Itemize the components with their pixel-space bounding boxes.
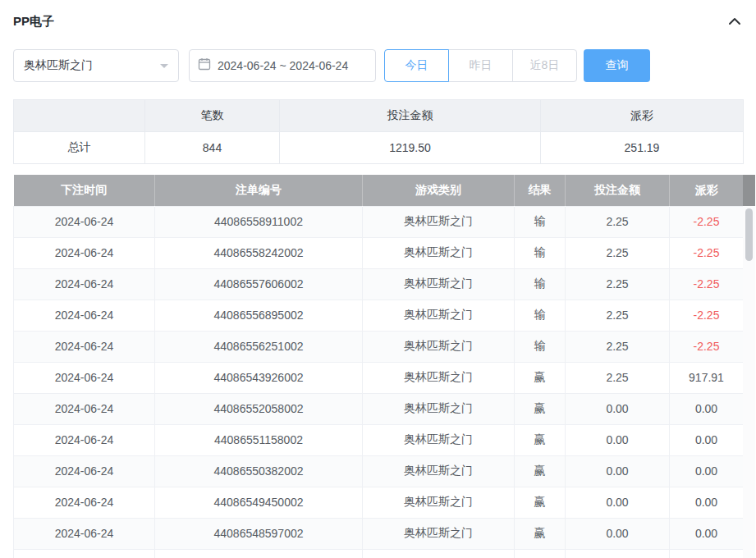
table-row: 2024-06-24 44086543926002 奥林匹斯之门 赢 2.25 … <box>14 362 744 393</box>
cell-game-category: 奥林匹斯之门 <box>363 518 515 549</box>
bet-table-container: 下注时间 注单编号 游戏类别 结果 投注金额 派彩 2024-06-24 440… <box>13 175 755 558</box>
cell-game-category: 奥林匹斯之门 <box>363 362 515 393</box>
calendar-icon <box>198 57 211 74</box>
cell-payout: 0.00 <box>670 518 744 549</box>
chevron-down-icon <box>160 64 168 72</box>
filter-toolbar: 奥林匹斯之门 2024-06-24 ~ 2024-06-24 今日 昨日 近8日… <box>13 49 743 82</box>
cell-result: 赢 <box>515 518 566 549</box>
summary-total-label: 总计 <box>14 132 145 164</box>
bet-table-header-row: 下注时间 注单编号 游戏类别 结果 投注金额 派彩 <box>14 175 744 206</box>
cell-payout <box>670 549 744 558</box>
cell-bet-time <box>14 549 155 558</box>
cell-game-category: 奥林匹斯之门 <box>363 206 515 237</box>
cell-bet-amount: 0.00 <box>566 424 670 455</box>
cell-payout: 0.00 <box>670 487 744 518</box>
summary-total-row: 总计 844 1219.50 251.19 <box>14 132 744 164</box>
last-8-days-button[interactable]: 近8日 <box>512 49 577 82</box>
summary-header-payout: 派彩 <box>541 100 744 132</box>
cell-bet-time: 2024-06-24 <box>14 518 155 549</box>
cell-game-category: 奥林匹斯之门 <box>363 393 515 424</box>
cell-bet-amount: 0.00 <box>566 487 670 518</box>
cell-order-number: 44086552058002 <box>155 393 363 424</box>
table-scrollbar[interactable] <box>743 175 755 558</box>
col-header-result: 结果 <box>515 175 566 206</box>
cell-bet-time: 2024-06-24 <box>14 362 155 393</box>
cell-result: 赢 <box>515 487 566 518</box>
game-select[interactable]: 奥林匹斯之门 <box>13 49 179 82</box>
cell-result: 赢 <box>515 424 566 455</box>
cell-bet-time: 2024-06-24 <box>14 455 155 487</box>
summary-header-count: 笔数 <box>145 100 280 132</box>
scrollbar-thumb[interactable] <box>745 208 753 261</box>
table-row <box>14 549 744 558</box>
table-row: 2024-06-24 44086557606002 奥林匹斯之门 输 2.25 … <box>14 268 744 300</box>
table-row: 2024-06-24 44086549450002 奥林匹斯之门 赢 0.00 … <box>14 487 744 518</box>
cell-order-number: 44086556251002 <box>155 331 363 362</box>
search-button[interactable]: 查询 <box>584 49 650 82</box>
cell-result: 赢 <box>515 393 566 424</box>
cell-payout: 0.00 <box>670 393 744 424</box>
cell-result: 输 <box>515 331 566 362</box>
table-row: 2024-06-24 44086556251002 奥林匹斯之门 输 2.25 … <box>14 331 744 362</box>
table-row: 2024-06-24 44086558911002 奥林匹斯之门 输 2.25 … <box>14 206 744 237</box>
cell-game-category: 奥林匹斯之门 <box>363 300 515 331</box>
cell-bet-amount: 2.25 <box>566 331 670 362</box>
cell-payout: 917.91 <box>670 362 744 393</box>
yesterday-button[interactable]: 昨日 <box>448 49 513 82</box>
cell-bet-time: 2024-06-24 <box>14 424 155 455</box>
quick-range-button-group: 今日 昨日 近8日 <box>384 49 577 82</box>
scrollbar-header-gutter <box>743 175 755 206</box>
summary-total-count: 844 <box>145 132 280 164</box>
cell-game-category: 奥林匹斯之门 <box>363 487 515 518</box>
game-select-value: 奥林匹斯之门 <box>24 58 93 73</box>
panel-header: PP电子 <box>13 11 743 31</box>
scrollbar-track[interactable] <box>743 206 755 558</box>
cell-order-number: 44086550382002 <box>155 455 363 487</box>
cell-bet-time: 2024-06-24 <box>14 487 155 518</box>
cell-bet-time: 2024-06-24 <box>14 331 155 362</box>
cell-result: 赢 <box>515 362 566 393</box>
cell-bet-time: 2024-06-24 <box>14 268 155 300</box>
cell-order-number: 44086548597002 <box>155 518 363 549</box>
cell-bet-time: 2024-06-24 <box>14 206 155 237</box>
table-row: 2024-06-24 44086550382002 奥林匹斯之门 赢 0.00 … <box>14 455 744 487</box>
cell-bet-amount: 2.25 <box>566 237 670 268</box>
cell-bet-amount: 0.00 <box>566 455 670 487</box>
date-range-picker[interactable]: 2024-06-24 ~ 2024-06-24 <box>189 49 376 82</box>
col-header-order-number: 注单编号 <box>155 175 363 206</box>
cell-bet-time: 2024-06-24 <box>14 300 155 331</box>
cell-bet-time: 2024-06-24 <box>14 393 155 424</box>
cell-bet-amount <box>566 549 670 558</box>
cell-order-number: 44086551158002 <box>155 424 363 455</box>
summary-header-empty <box>14 100 145 132</box>
cell-bet-amount: 2.25 <box>566 362 670 393</box>
cell-payout: 0.00 <box>670 455 744 487</box>
cell-payout: 0.00 <box>670 424 744 455</box>
table-row: 2024-06-24 44086548597002 奥林匹斯之门 赢 0.00 … <box>14 518 744 549</box>
chevron-up-icon <box>728 14 741 29</box>
col-header-bet-time: 下注时间 <box>14 175 155 206</box>
cell-payout: -2.25 <box>670 268 744 300</box>
table-row: 2024-06-24 44086552058002 奥林匹斯之门 赢 0.00 … <box>14 393 744 424</box>
cell-result: 输 <box>515 268 566 300</box>
col-header-game-category: 游戏类别 <box>363 175 515 206</box>
date-range-value: 2024-06-24 ~ 2024-06-24 <box>218 59 348 72</box>
cell-order-number: 44086543926002 <box>155 362 363 393</box>
cell-game-category: 奥林匹斯之门 <box>363 268 515 300</box>
today-button[interactable]: 今日 <box>384 49 449 82</box>
cell-payout: -2.25 <box>670 300 744 331</box>
cell-order-number: 44086556895002 <box>155 300 363 331</box>
cell-game-category: 奥林匹斯之门 <box>363 331 515 362</box>
summary-header-row: 笔数 投注金额 派彩 <box>14 100 744 132</box>
collapse-button[interactable] <box>726 13 743 30</box>
cell-bet-time: 2024-06-24 <box>14 237 155 268</box>
cell-result <box>515 549 566 558</box>
cell-order-number: 44086558242002 <box>155 237 363 268</box>
cell-payout: -2.25 <box>670 331 744 362</box>
bet-table: 下注时间 注单编号 游戏类别 结果 投注金额 派彩 2024-06-24 440… <box>13 175 744 558</box>
cell-payout: -2.25 <box>670 206 744 237</box>
cell-bet-amount: 0.00 <box>566 518 670 549</box>
cell-game-category: 奥林匹斯之门 <box>363 237 515 268</box>
cell-order-number <box>155 549 363 558</box>
cell-result: 输 <box>515 300 566 331</box>
